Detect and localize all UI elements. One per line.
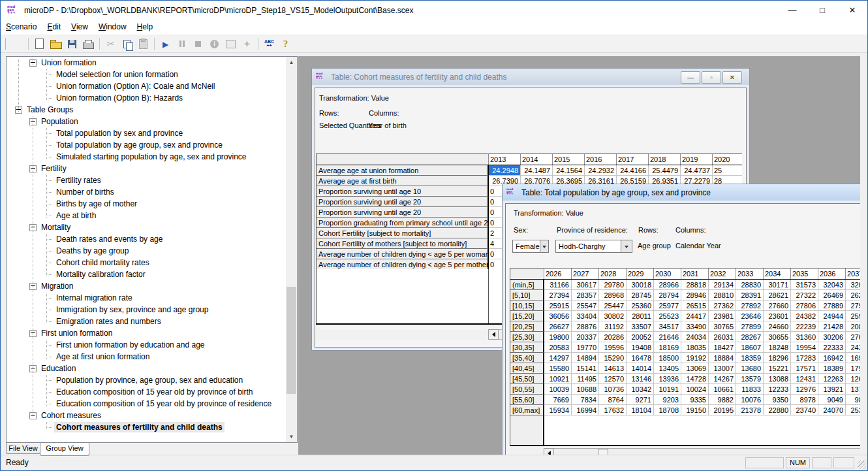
child-maximize-button[interactable]: ▫ — [702, 71, 721, 84]
table-cell[interactable]: 13007 — [709, 363, 736, 374]
tree-item[interactable]: Immigration by sex, province and age gro… — [7, 304, 286, 316]
table-cell[interactable]: 16985 — [846, 353, 860, 363]
row-header[interactable]: [30,35] — [510, 342, 544, 353]
tree-item[interactable]: Total population by age group, sex and p… — [7, 139, 286, 151]
column-header[interactable]: 2013 — [489, 154, 521, 165]
table-cell[interactable]: 11495 — [572, 374, 599, 384]
new-button[interactable] — [32, 37, 47, 51]
table-cell[interactable]: 30617 — [572, 280, 599, 290]
row-header[interactable]: Cohort Fertility of mothers [subject to … — [317, 238, 489, 249]
column-header[interactable]: 2027 — [572, 268, 599, 279]
table-cell[interactable]: 8978 — [791, 395, 818, 405]
table-cell[interactable]: 14014 — [627, 363, 654, 374]
table-cell[interactable]: 7834 — [572, 395, 599, 405]
tree-item[interactable]: Migration — [7, 280, 286, 292]
table-cell[interactable]: 11833 — [736, 384, 764, 395]
table-cell[interactable]: 20286 — [599, 332, 627, 342]
menu-window[interactable]: Window — [93, 20, 132, 35]
table-cell[interactable]: 15290 — [599, 353, 627, 363]
table-cell[interactable]: 27889 — [818, 300, 846, 311]
table-cell[interactable]: 28876 — [572, 321, 599, 332]
table-cell[interactable]: 28966 — [654, 280, 681, 290]
column-header[interactable]: 2032 — [709, 268, 736, 279]
table-cell[interactable]: 13921 — [818, 384, 846, 395]
table-cell[interactable]: 28818 — [681, 280, 709, 290]
menu-scenario[interactable]: Scenario — [1, 20, 42, 35]
table-cell[interactable]: 33490 — [681, 321, 709, 332]
table-cell[interactable]: 10076 — [736, 395, 764, 405]
row-header[interactable]: [35,40] — [510, 353, 544, 363]
table-cell[interactable]: 10039 — [544, 384, 572, 395]
scrollbar-thumb[interactable] — [287, 287, 296, 394]
tree-item[interactable]: Education — [7, 363, 286, 374]
tree-item[interactable]: Births by age of mother — [7, 198, 286, 210]
table-cell[interactable]: 17957 — [846, 363, 860, 374]
table-cell[interactable]: 27322 — [791, 290, 818, 300]
table-cell[interactable]: 16942 — [818, 353, 846, 363]
column-header[interactable]: 2017 — [617, 154, 649, 165]
tab-file-view[interactable]: File View — [6, 443, 40, 454]
table-cell[interactable]: 24362 — [846, 342, 860, 353]
table-cell[interactable]: 25915 — [544, 300, 572, 311]
table-cell[interactable]: 13936 — [654, 374, 681, 384]
table-cell[interactable]: 24.2932 — [585, 165, 617, 176]
table-cell[interactable]: 14613 — [599, 363, 627, 374]
table-cell[interactable]: 18389 — [818, 363, 846, 374]
row-header[interactable]: Cohort Fertility [subject to mortality] — [317, 228, 489, 238]
toolbar-grip[interactable] — [3, 38, 6, 50]
help-button[interactable] — [278, 37, 293, 51]
print-button[interactable] — [81, 37, 96, 51]
table-cell[interactable]: 25930 — [846, 311, 860, 321]
table-cell[interactable]: 22880 — [764, 405, 791, 415]
table-cell[interactable]: 21378 — [736, 405, 764, 415]
table-cell[interactable]: 18359 — [736, 353, 764, 363]
tree-item[interactable]: Cohort measures of fertility and child d… — [7, 421, 286, 433]
row-header[interactable]: [40,45] — [510, 363, 544, 374]
tree-item[interactable]: First union formation — [7, 327, 286, 339]
table-cell[interactable]: 9049 — [818, 395, 846, 405]
table-cell[interactable]: 16478 — [627, 353, 654, 363]
table-cell[interactable]: 27899 — [736, 321, 764, 332]
province-select[interactable]: Hodh-Charghy — [555, 240, 632, 253]
table-cell[interactable]: 25315 — [846, 405, 860, 415]
save-button[interactable] — [65, 37, 80, 51]
tree-item[interactable]: Union formation — [7, 57, 286, 69]
table-cell[interactable]: 9203 — [654, 395, 681, 405]
row-header[interactable]: [5,10] — [510, 290, 544, 300]
table-cell[interactable]: 25523 — [654, 311, 681, 321]
table-cell[interactable]: 19192 — [681, 353, 709, 363]
table-cell[interactable]: 12976 — [791, 384, 818, 395]
column-header[interactable]: 2037 — [846, 268, 860, 279]
table-cell[interactable]: 29134 — [709, 280, 736, 290]
tree-item[interactable]: Number of births — [7, 186, 286, 198]
table-cell[interactable]: 33507 — [627, 321, 654, 332]
info-button[interactable] — [207, 37, 222, 51]
column-header[interactable]: 2016 — [585, 154, 617, 165]
close-button[interactable]: ✕ — [837, 1, 867, 20]
tree-item[interactable]: Population — [7, 116, 286, 127]
table-cell[interactable]: 18607 — [736, 342, 764, 353]
collapse-box-icon[interactable] — [29, 224, 37, 231]
child-title-bar[interactable]: Table: Total population by age group, se… — [503, 184, 860, 201]
table-cell[interactable]: 14894 — [572, 353, 599, 363]
table-cell[interactable]: 24034 — [681, 332, 709, 342]
table-cell[interactable]: 25977 — [654, 300, 681, 311]
row-header[interactable]: Average number of children dying < age 5… — [317, 259, 489, 270]
menu-edit[interactable]: Edit — [42, 20, 66, 35]
table-cell[interactable]: 18248 — [764, 342, 791, 353]
table-cell[interactable]: 13069 — [681, 363, 709, 374]
tree-item[interactable]: Cohort measures — [7, 410, 286, 421]
table-cell[interactable]: 13088 — [764, 374, 791, 384]
table-cell[interactable]: 26469 — [818, 290, 846, 300]
plus-button[interactable] — [240, 37, 255, 51]
menu-view[interactable]: View — [66, 20, 93, 35]
collapse-box-icon[interactable] — [29, 283, 37, 290]
table-cell[interactable]: 30655 — [764, 332, 791, 342]
column-header[interactable]: 2036 — [818, 268, 846, 279]
table-cell[interactable]: 32043 — [818, 280, 846, 290]
table-cell[interactable]: 24.2948 — [489, 165, 521, 176]
paste-button[interactable] — [136, 37, 151, 51]
table-cell[interactable]: 18104 — [627, 405, 654, 415]
row-header[interactable]: [45,50] — [510, 374, 544, 384]
column-header[interactable]: 2031 — [681, 268, 709, 279]
